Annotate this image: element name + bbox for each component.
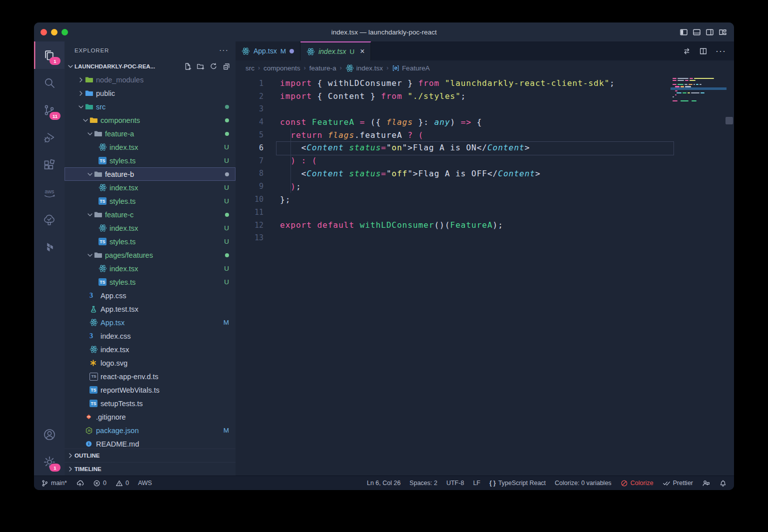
tree-item-reportWebVitals.ts[interactable]: TSreportWebVitals.ts — [64, 383, 236, 397]
code-line-2[interactable]: 2 import { Content } from "./styles"; — [236, 90, 734, 103]
activity-account[interactable] — [34, 421, 64, 448]
code-line-9[interactable]: 9 ); — [236, 180, 734, 193]
split-editor-icon[interactable] — [699, 47, 708, 55]
layout-secondary-icon[interactable] — [706, 28, 714, 36]
status-colorize[interactable]: Colorize — [620, 480, 654, 487]
tree-item-node-modules[interactable]: node_modules — [64, 73, 236, 86]
tree-item-styles.ts[interactable]: TSstyles.tsU — [64, 235, 236, 248]
tree-item-styles.ts[interactable]: TSstyles.tsU — [64, 154, 236, 167]
tree-item-components[interactable]: components — [64, 113, 236, 127]
more-actions-icon[interactable]: ··· — [716, 46, 726, 56]
status-branch[interactable]: main* — [41, 480, 67, 487]
status-warnings[interactable]: 0 — [116, 480, 129, 487]
explorer-more-actions-icon[interactable]: ··· — [219, 46, 228, 55]
breadcrumb-feature-a[interactable]: feature-a — [310, 64, 336, 72]
code-line-12[interactable]: 12 export default withLDConsumer()(Featu… — [236, 219, 734, 232]
tab-bar: App.tsx M index.tsx U × ··· — [236, 41, 734, 60]
collapse-all-icon[interactable] — [222, 62, 230, 70]
status-colorize-variables[interactable]: Colorize: 0 variables — [555, 480, 612, 487]
code-line-8[interactable]: 8 <Content status="off">Flag A is OFF</C… — [236, 167, 734, 180]
status-prettier[interactable]: Prettier — [662, 479, 693, 487]
close-window-button[interactable] — [40, 29, 47, 35]
folder-icon — [94, 170, 105, 178]
code-line-6[interactable]: 6 <Content status="on">Flag A is ON</Con… — [236, 141, 734, 154]
activity-tree-check[interactable] — [34, 206, 64, 234]
tree-item-public[interactable]: public — [64, 86, 236, 100]
code-line-4[interactable]: 4 const FeatureA = ({ flags }: any) => { — [236, 115, 734, 128]
minimap[interactable] — [672, 77, 722, 104]
tree-item-feature-a[interactable]: feature-a — [64, 127, 236, 140]
tree-item-index.tsx[interactable]: index.tsxU — [64, 181, 236, 194]
new-folder-icon[interactable] — [196, 62, 204, 70]
activity-explorer[interactable]: 1 — [34, 41, 64, 69]
activity-source-control[interactable]: 11 — [34, 96, 64, 124]
tree-item-App.tsx[interactable]: App.tsxM — [64, 316, 236, 329]
layout-panel-icon[interactable] — [692, 28, 701, 36]
tree-item-index.tsx[interactable]: index.tsxU — [64, 221, 236, 235]
status-cursor-position[interactable]: Ln 6, Col 26 — [367, 480, 400, 487]
status-notifications[interactable] — [719, 479, 727, 487]
status-aws[interactable]: AWS — [138, 480, 152, 487]
git-icon — [85, 413, 96, 421]
section-outline[interactable]: OUTLINE — [64, 449, 236, 462]
refresh-icon[interactable] — [210, 62, 218, 70]
status-indentation[interactable]: Spaces: 2 — [410, 480, 438, 487]
activity-terraform[interactable] — [34, 234, 64, 261]
activity-settings[interactable]: 1 — [34, 448, 64, 476]
tree-item-App.test.tsx[interactable]: App.test.tsx — [64, 302, 236, 316]
section-timeline[interactable]: TIMELINE — [64, 462, 236, 476]
breadcrumb-index.tsx[interactable]: index.tsx — [346, 64, 383, 72]
tree-item-setupTests.ts[interactable]: TSsetupTests.ts — [64, 397, 236, 410]
tree-item-index.css[interactable]: 3index.css — [64, 329, 236, 343]
activity-run-debug[interactable] — [34, 124, 64, 151]
layout-sidebar-icon[interactable] — [680, 28, 688, 36]
code-line-5[interactable]: 5 return flags.featureA ? ( — [236, 128, 734, 141]
code-line-3[interactable]: 3 — [236, 103, 734, 116]
code-line-11[interactable]: 11 — [236, 206, 734, 219]
new-file-icon[interactable] — [184, 62, 192, 70]
tree-item-feature-c[interactable]: feature-c — [64, 208, 236, 221]
breadcrumb-components[interactable]: components — [264, 64, 300, 72]
git-status-dot — [225, 251, 229, 259]
status-encoding[interactable]: UTF-8 — [446, 480, 464, 487]
breadcrumb-FeatureA[interactable]: FeatureA — [392, 64, 430, 72]
breadcrumb-src[interactable]: src — [246, 64, 254, 72]
activity-search[interactable] — [34, 69, 64, 96]
minimize-window-button[interactable] — [51, 29, 58, 35]
code-editor[interactable]: 1 import { withLDConsumer } from "launch… — [236, 75, 734, 476]
tree-item-styles.ts[interactable]: TSstyles.tsU — [64, 194, 236, 208]
activity-aws[interactable]: aws — [34, 179, 64, 206]
tree-item-react-app-env.d.ts[interactable]: TSreact-app-env.d.ts — [64, 370, 236, 383]
status-publish[interactable] — [76, 479, 84, 487]
tree-item-logo.svg[interactable]: logo.svg — [64, 356, 236, 370]
tree-item-package.json[interactable]: JSpackage.jsonM — [64, 424, 236, 437]
tab-App.tsx[interactable]: App.tsx M — [236, 41, 300, 60]
tree-item-index.tsx[interactable]: index.tsxU — [64, 140, 236, 154]
tree-item-pages-features[interactable]: pages/features — [64, 248, 236, 262]
code-line-13[interactable]: 13 — [236, 232, 734, 245]
tree-item-App.css[interactable]: 3App.css — [64, 289, 236, 302]
git-status-dot — [225, 211, 229, 218]
close-icon[interactable]: × — [360, 47, 364, 56]
tree-item-feature-b[interactable]: feature-b — [64, 167, 236, 181]
scrollbar-thumb[interactable] — [726, 117, 733, 124]
layout-custom-icon[interactable] — [718, 28, 727, 36]
tree-item-styles.ts[interactable]: TSstyles.tsU — [64, 275, 236, 289]
workspace-section-header[interactable]: LAUNCHDARKLY-POC-REA... — [64, 59, 236, 73]
tree-item-src[interactable]: src — [64, 100, 236, 113]
activity-extensions[interactable] — [34, 151, 64, 179]
tab-index.tsx[interactable]: index.tsx U × — [300, 41, 371, 60]
status-language-mode[interactable]: { }TypeScript React — [490, 480, 546, 487]
status-errors[interactable]: 0 — [93, 480, 106, 487]
tree-item-index.tsx[interactable]: index.tsxU — [64, 262, 236, 275]
code-line-1[interactable]: 1 import { withLDConsumer } from "launch… — [236, 77, 734, 90]
open-changes-icon[interactable] — [682, 47, 691, 55]
code-line-7[interactable]: 7 ) : ( — [236, 154, 734, 167]
tree-item-.gitignore[interactable]: .gitignore — [64, 410, 236, 424]
status-eol[interactable]: LF — [473, 480, 480, 487]
tree-item-README.md[interactable]: iREADME.md — [64, 437, 236, 449]
tree-item-index.tsx[interactable]: index.tsx — [64, 343, 236, 356]
zoom-window-button[interactable] — [62, 29, 68, 35]
code-line-10[interactable]: 10 }; — [236, 193, 734, 206]
status-feedback[interactable] — [702, 479, 710, 487]
